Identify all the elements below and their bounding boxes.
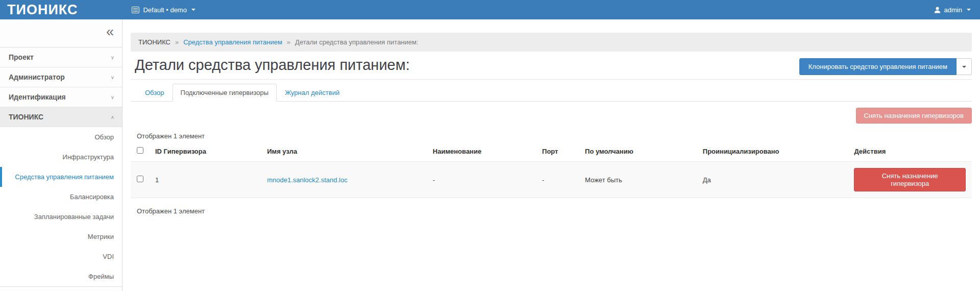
column-header-port: Порт bbox=[538, 141, 581, 162]
chevron-down-icon bbox=[962, 66, 966, 68]
sidebar-item-power-management[interactable]: Средства управления питанием bbox=[0, 167, 122, 187]
node-name-link[interactable]: mnode1.sanlock2.stand.loc bbox=[267, 176, 348, 184]
main-content: ТИОНИКС » Средства управления питанием »… bbox=[122, 33, 980, 221]
row-checkbox[interactable] bbox=[137, 176, 143, 182]
sidebar-section-project[interactable]: Проект ∨ bbox=[0, 47, 122, 67]
breadcrumb-current: Детали средства управления питанием: bbox=[295, 38, 419, 46]
hypervisors-table: ID Гипервизора Имя узла Наименование Пор… bbox=[131, 141, 972, 221]
cell-port: - bbox=[538, 162, 581, 198]
top-navbar: ТИОНИКС Default • demo admin bbox=[0, 0, 980, 19]
clone-power-tool-button[interactable]: Клонировать средство управления питанием bbox=[799, 58, 957, 75]
sidebar-collapse-button[interactable]: « bbox=[106, 25, 114, 39]
cell-initialized: Да bbox=[699, 162, 850, 198]
tab-connected-hypervisors[interactable]: Подключенные гипервизоры bbox=[173, 84, 277, 102]
breadcrumb: ТИОНИКС » Средства управления питанием »… bbox=[131, 33, 972, 52]
column-header-default: По умолчанию bbox=[581, 141, 699, 162]
page-title: Детали средства управления питанием: bbox=[135, 55, 410, 75]
sidebar-item-vdi[interactable]: VDI bbox=[0, 247, 122, 266]
page-header: Детали средства управления питанием: Кло… bbox=[131, 55, 972, 75]
select-all-checkbox[interactable] bbox=[137, 147, 143, 154]
sidebar-section-label: Проект bbox=[9, 53, 34, 61]
sidebar-section-label: ТИОНИКС bbox=[9, 113, 43, 121]
sidebar-item-overview[interactable]: Обзор bbox=[0, 127, 122, 147]
user-icon bbox=[934, 7, 941, 13]
column-header-node-name: Имя узла bbox=[263, 141, 429, 162]
cell-name: - bbox=[429, 162, 538, 198]
column-header-name: Наименование bbox=[429, 141, 538, 162]
sidebar-section-identity[interactable]: Идентификация ∨ bbox=[0, 87, 122, 107]
user-menu[interactable]: admin bbox=[934, 6, 980, 14]
primary-action-group: Клонировать средство управления питанием bbox=[799, 58, 972, 75]
table-count-bottom: Отображен 1 элемент bbox=[131, 198, 972, 222]
table-row: 1 mnode1.sanlock2.stand.loc - - Может бы… bbox=[131, 162, 972, 198]
user-name-label: admin bbox=[944, 6, 962, 14]
sidebar-section-label: Идентификация bbox=[9, 93, 66, 101]
chevron-down-icon bbox=[967, 9, 971, 11]
brand-logo[interactable]: ТИОНИКС bbox=[0, 0, 85, 19]
breadcrumb-separator: » bbox=[175, 38, 179, 46]
table-header-row: ID Гипервизора Имя узла Наименование Пор… bbox=[131, 141, 972, 162]
chevron-down-icon: ∨ bbox=[111, 94, 114, 100]
remove-hypervisor-assignment-button[interactable]: Снять назначение гипервизора bbox=[854, 168, 966, 191]
primary-action-dropdown-toggle[interactable] bbox=[957, 58, 972, 75]
sidebar-section-admin[interactable]: Администратор ∨ bbox=[0, 67, 122, 87]
title-divider bbox=[131, 79, 972, 80]
cell-hypervisor-id: 1 bbox=[151, 162, 263, 198]
project-list-icon bbox=[132, 7, 139, 13]
chevron-down-icon: ∨ bbox=[111, 75, 114, 80]
sidebar: « Проект ∨ Администратор ∨ Идентификация… bbox=[0, 19, 122, 291]
chevron-down-icon: ∨ bbox=[111, 55, 114, 60]
column-header-actions: Действия bbox=[850, 141, 972, 162]
sidebar-section-label: Администратор bbox=[9, 73, 65, 81]
chevron-up-icon: ∧ bbox=[111, 114, 114, 120]
sidebar-item-metrics[interactable]: Метрики bbox=[0, 227, 122, 247]
table-count-top: Отображен 1 элемент bbox=[137, 132, 972, 140]
project-context-switcher[interactable]: Default • demo bbox=[132, 6, 195, 14]
sidebar-item-scheduled-tasks[interactable]: Запланированные задачи bbox=[0, 207, 122, 227]
breadcrumb-link-power-management[interactable]: Средства управления питанием bbox=[183, 38, 282, 46]
table-footer-row: Отображен 1 элемент bbox=[131, 198, 972, 222]
detail-tabs: Обзор Подключенные гипервизоры Журнал де… bbox=[131, 84, 972, 102]
breadcrumb-root[interactable]: ТИОНИКС bbox=[138, 38, 170, 46]
tab-overview[interactable]: Обзор bbox=[137, 84, 173, 102]
chevron-down-icon bbox=[191, 9, 195, 11]
sidebar-item-balancing[interactable]: Балансировка bbox=[0, 187, 122, 207]
sidebar-header: « bbox=[0, 19, 122, 47]
column-header-initialized: Проинициализировано bbox=[699, 141, 850, 162]
sidebar-item-infrastructure[interactable]: Инфраструктура bbox=[0, 147, 122, 167]
sidebar-submenu-tionix: Обзор Инфраструктура Средства управления… bbox=[0, 127, 122, 287]
cell-default: Может быть bbox=[581, 162, 699, 198]
project-context-label: Default • demo bbox=[143, 6, 186, 14]
column-header-hypervisor-id: ID Гипервизора bbox=[151, 141, 263, 162]
table-toolbar: Снять назначения гипервизоров bbox=[131, 108, 972, 124]
sidebar-section-tionix[interactable]: ТИОНИКС ∧ bbox=[0, 107, 122, 127]
remove-hypervisor-assignments-button[interactable]: Снять назначения гипервизоров bbox=[856, 108, 972, 124]
breadcrumb-separator: » bbox=[287, 38, 290, 46]
sidebar-item-frames[interactable]: Фреймы bbox=[0, 266, 122, 286]
tab-action-log[interactable]: Журнал действий bbox=[277, 84, 348, 102]
